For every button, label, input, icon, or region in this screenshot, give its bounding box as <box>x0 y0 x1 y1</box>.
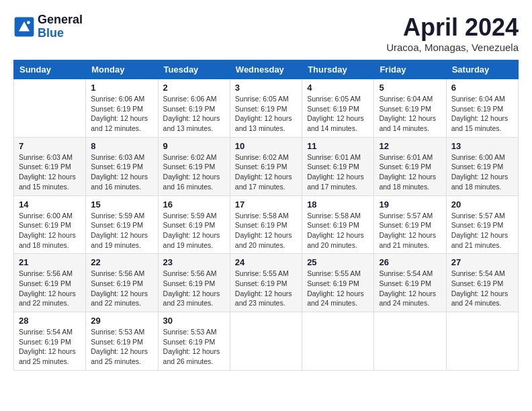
calendar-cell: 17Sunrise: 5:58 AMSunset: 6:19 PMDayligh… <box>230 195 302 254</box>
calendar-week-row: 21Sunrise: 5:56 AMSunset: 6:19 PMDayligh… <box>14 254 519 312</box>
logo-blue: Blue <box>38 27 83 40</box>
month-title: April 2024 <box>386 13 519 42</box>
day-number: 5 <box>379 83 441 93</box>
day-info: Sunrise: 5:59 AMSunset: 6:19 PMDaylight:… <box>91 211 152 250</box>
day-number: 24 <box>235 257 297 267</box>
calendar-day-header: Wednesday <box>230 60 302 79</box>
day-number: 15 <box>91 199 152 210</box>
day-number: 19 <box>379 199 441 210</box>
calendar-cell: 10Sunrise: 6:02 AMSunset: 6:19 PMDayligh… <box>230 137 302 195</box>
calendar-cell: 23Sunrise: 5:56 AMSunset: 6:19 PMDayligh… <box>158 254 230 312</box>
calendar-cell: 18Sunrise: 5:58 AMSunset: 6:19 PMDayligh… <box>302 195 374 254</box>
day-number: 30 <box>163 316 225 326</box>
day-info: Sunrise: 6:05 AMSunset: 6:19 PMDaylight:… <box>235 94 297 134</box>
calendar-cell <box>230 312 302 371</box>
day-info: Sunrise: 6:04 AMSunset: 6:19 PMDaylight:… <box>451 94 513 134</box>
calendar-cell: 19Sunrise: 5:57 AMSunset: 6:19 PMDayligh… <box>374 195 446 254</box>
day-number: 17 <box>235 199 297 210</box>
day-info: Sunrise: 5:56 AMSunset: 6:19 PMDaylight:… <box>163 269 225 308</box>
day-number: 29 <box>91 316 152 326</box>
calendar-cell: 25Sunrise: 5:55 AMSunset: 6:19 PMDayligh… <box>302 254 374 312</box>
day-info: Sunrise: 6:00 AMSunset: 6:19 PMDaylight:… <box>451 152 513 192</box>
calendar-cell: 30Sunrise: 5:53 AMSunset: 6:19 PMDayligh… <box>158 312 230 371</box>
calendar-cell: 2Sunrise: 6:06 AMSunset: 6:19 PMDaylight… <box>158 79 230 138</box>
day-info: Sunrise: 5:57 AMSunset: 6:19 PMDaylight:… <box>451 211 513 250</box>
day-number: 11 <box>307 141 369 151</box>
logo-icon <box>13 16 35 38</box>
calendar-day-header: Friday <box>374 60 446 79</box>
day-info: Sunrise: 5:55 AMSunset: 6:19 PMDaylight:… <box>307 269 369 308</box>
day-info: Sunrise: 6:03 AMSunset: 6:19 PMDaylight:… <box>19 152 81 192</box>
day-number: 7 <box>19 141 81 151</box>
calendar-week-row: 7Sunrise: 6:03 AMSunset: 6:19 PMDaylight… <box>14 137 519 195</box>
calendar-cell: 20Sunrise: 5:57 AMSunset: 6:19 PMDayligh… <box>446 195 518 254</box>
day-number: 4 <box>307 83 369 93</box>
day-number: 10 <box>235 141 297 151</box>
day-number: 21 <box>19 257 81 267</box>
day-info: Sunrise: 6:02 AMSunset: 6:19 PMDaylight:… <box>235 152 297 192</box>
calendar-cell: 26Sunrise: 5:54 AMSunset: 6:19 PMDayligh… <box>374 254 446 312</box>
calendar-cell: 28Sunrise: 5:54 AMSunset: 6:19 PMDayligh… <box>14 312 86 371</box>
calendar-cell: 24Sunrise: 5:55 AMSunset: 6:19 PMDayligh… <box>230 254 302 312</box>
day-info: Sunrise: 6:00 AMSunset: 6:19 PMDaylight:… <box>19 211 81 250</box>
day-info: Sunrise: 5:54 AMSunset: 6:19 PMDaylight:… <box>451 269 513 308</box>
day-info: Sunrise: 6:01 AMSunset: 6:19 PMDaylight:… <box>379 152 441 192</box>
day-number: 16 <box>163 199 225 210</box>
location-subtitle: Uracoa, Monagas, Venezuela <box>386 42 519 53</box>
day-info: Sunrise: 6:06 AMSunset: 6:19 PMDaylight:… <box>91 94 152 134</box>
calendar-cell <box>374 312 446 371</box>
calendar-cell: 22Sunrise: 5:56 AMSunset: 6:19 PMDayligh… <box>86 254 158 312</box>
day-number: 9 <box>163 141 225 151</box>
calendar-week-row: 1Sunrise: 6:06 AMSunset: 6:19 PMDaylight… <box>14 79 519 138</box>
day-number: 6 <box>451 83 513 93</box>
calendar-cell: 4Sunrise: 6:05 AMSunset: 6:19 PMDaylight… <box>302 79 374 138</box>
calendar-week-row: 14Sunrise: 6:00 AMSunset: 6:19 PMDayligh… <box>14 195 519 254</box>
calendar-cell: 9Sunrise: 6:02 AMSunset: 6:19 PMDaylight… <box>158 137 230 195</box>
calendar-day-header: Tuesday <box>158 60 230 79</box>
day-number: 13 <box>451 141 513 151</box>
calendar-cell: 13Sunrise: 6:00 AMSunset: 6:19 PMDayligh… <box>446 137 518 195</box>
day-number: 3 <box>235 83 297 93</box>
day-info: Sunrise: 5:58 AMSunset: 6:19 PMDaylight:… <box>307 211 369 250</box>
calendar-cell: 29Sunrise: 5:53 AMSunset: 6:19 PMDayligh… <box>86 312 158 371</box>
day-number: 20 <box>451 199 513 210</box>
calendar-week-row: 28Sunrise: 5:54 AMSunset: 6:19 PMDayligh… <box>14 312 519 371</box>
day-info: Sunrise: 6:04 AMSunset: 6:19 PMDaylight:… <box>379 94 441 134</box>
day-number: 1 <box>91 83 152 93</box>
day-info: Sunrise: 6:02 AMSunset: 6:19 PMDaylight:… <box>163 152 225 192</box>
calendar-day-header: Sunday <box>14 60 86 79</box>
calendar-cell: 5Sunrise: 6:04 AMSunset: 6:19 PMDaylight… <box>374 79 446 138</box>
calendar-cell <box>446 312 518 371</box>
day-number: 2 <box>163 83 225 93</box>
logo-general: General <box>38 13 83 27</box>
day-info: Sunrise: 5:59 AMSunset: 6:19 PMDaylight:… <box>163 211 225 250</box>
day-info: Sunrise: 5:53 AMSunset: 6:19 PMDaylight:… <box>91 327 152 367</box>
day-info: Sunrise: 5:58 AMSunset: 6:19 PMDaylight:… <box>235 211 297 250</box>
calendar-cell: 3Sunrise: 6:05 AMSunset: 6:19 PMDaylight… <box>230 79 302 138</box>
day-number: 14 <box>19 199 81 210</box>
calendar-cell: 12Sunrise: 6:01 AMSunset: 6:19 PMDayligh… <box>374 137 446 195</box>
day-info: Sunrise: 5:55 AMSunset: 6:19 PMDaylight:… <box>235 269 297 308</box>
title-block: April 2024 Uracoa, Monagas, Venezuela <box>386 13 519 53</box>
day-info: Sunrise: 5:56 AMSunset: 6:19 PMDaylight:… <box>91 269 152 308</box>
day-number: 12 <box>379 141 441 151</box>
calendar-table: SundayMondayTuesdayWednesdayThursdayFrid… <box>13 60 519 371</box>
day-info: Sunrise: 5:53 AMSunset: 6:19 PMDaylight:… <box>163 327 225 367</box>
calendar-cell: 8Sunrise: 6:03 AMSunset: 6:19 PMDaylight… <box>86 137 158 195</box>
calendar-cell: 27Sunrise: 5:54 AMSunset: 6:19 PMDayligh… <box>446 254 518 312</box>
calendar-cell <box>302 312 374 371</box>
calendar-day-header: Monday <box>86 60 158 79</box>
day-number: 25 <box>307 257 369 267</box>
day-number: 18 <box>307 199 369 210</box>
day-number: 8 <box>91 141 152 151</box>
day-info: Sunrise: 5:54 AMSunset: 6:19 PMDaylight:… <box>379 269 441 308</box>
calendar-cell: 15Sunrise: 5:59 AMSunset: 6:19 PMDayligh… <box>86 195 158 254</box>
calendar-day-header: Thursday <box>302 60 374 79</box>
calendar-cell: 1Sunrise: 6:06 AMSunset: 6:19 PMDaylight… <box>86 79 158 138</box>
day-info: Sunrise: 6:05 AMSunset: 6:19 PMDaylight:… <box>307 94 369 134</box>
logo-text: General Blue <box>38 13 83 40</box>
svg-point-3 <box>27 21 30 24</box>
calendar-cell: 21Sunrise: 5:56 AMSunset: 6:19 PMDayligh… <box>14 254 86 312</box>
day-number: 23 <box>163 257 225 267</box>
day-number: 26 <box>379 257 441 267</box>
